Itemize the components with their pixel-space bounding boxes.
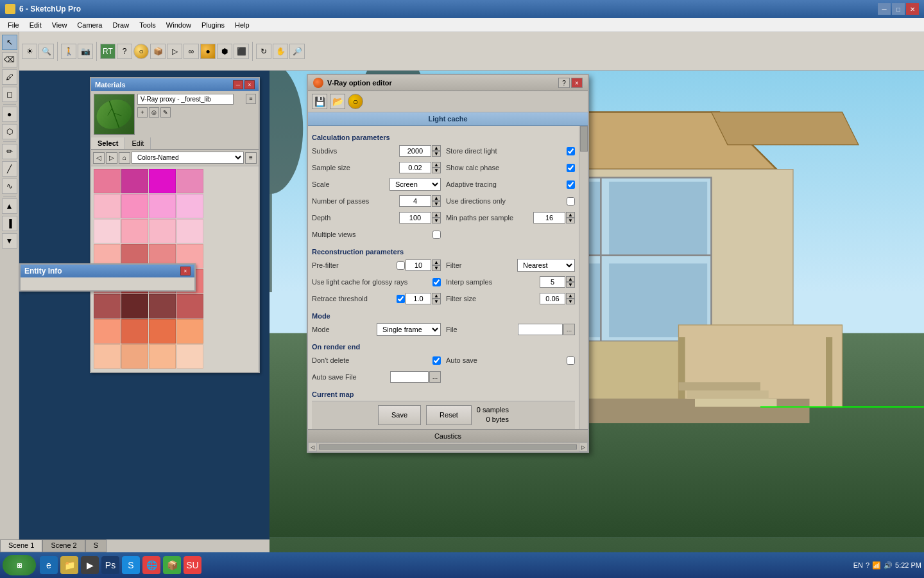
prefilter-down[interactable]: ▼ <box>432 265 441 271</box>
swatch-1-2[interactable] <box>121 169 148 193</box>
zoom-icon[interactable]: 🔎 <box>289 44 305 59</box>
subdivs-down[interactable]: ▼ <box>432 151 441 157</box>
auto-save-browse-btn[interactable]: … <box>429 371 441 383</box>
mode-select[interactable]: Single frame <box>377 323 441 336</box>
minimize-button[interactable]: ─ <box>878 3 891 15</box>
interp-input[interactable] <box>540 276 565 288</box>
scene-tab-2[interactable]: Scene 2 <box>42 539 85 552</box>
start-button[interactable]: ⊞ <box>3 555 36 575</box>
materials-close[interactable]: × <box>244 80 255 89</box>
nav-home-btn[interactable]: ⌂ <box>119 152 130 164</box>
file-browse-btn[interactable]: … <box>563 324 575 335</box>
mat-sample-btn[interactable]: ◎ <box>149 107 159 118</box>
subdivs-input[interactable] <box>399 145 431 157</box>
swatch-7-1[interactable] <box>94 319 121 344</box>
depth-up[interactable]: ▲ <box>432 212 441 218</box>
swatch-8-4[interactable] <box>176 344 203 369</box>
prefilter-up[interactable]: ▲ <box>432 259 441 265</box>
retrace-input[interactable] <box>406 293 431 304</box>
shape-tool-icon[interactable]: ◻ <box>2 87 17 102</box>
menu-help[interactable]: Help <box>230 20 255 30</box>
subdivs-up[interactable]: ▲ <box>432 145 441 151</box>
retrace-checkbox[interactable] <box>397 295 405 303</box>
swatch-2-4[interactable] <box>176 194 203 218</box>
pan-icon[interactable]: ✋ <box>273 44 288 59</box>
swatch-1-3[interactable] <box>149 169 176 193</box>
passes-up[interactable]: ▲ <box>432 195 441 201</box>
close-button[interactable]: ✕ <box>906 3 919 15</box>
swatch-1-4[interactable] <box>176 169 203 193</box>
vray-sphere2-icon[interactable]: ● <box>200 44 216 59</box>
swatch-6-4[interactable] <box>176 294 203 319</box>
scale-select[interactable]: Screen World <box>389 178 441 191</box>
auto-save-checkbox[interactable] <box>567 356 575 365</box>
interp-down[interactable]: ▼ <box>566 282 575 288</box>
store-direct-checkbox[interactable] <box>567 147 575 155</box>
scene-tab-3[interactable]: S <box>85 539 107 552</box>
swatch-6-3[interactable] <box>149 294 176 319</box>
menu-draw[interactable]: Draw <box>107 20 134 30</box>
pencil-icon[interactable]: ✏ <box>2 144 17 159</box>
swatch-2-1[interactable] <box>94 194 121 218</box>
select-tab[interactable]: Select <box>91 137 125 149</box>
passes-input[interactable] <box>399 195 431 207</box>
menu-plugins[interactable]: Plugins <box>196 20 230 30</box>
edit-tab[interactable]: Edit <box>125 137 151 149</box>
auto-save-file-input[interactable] <box>390 371 429 383</box>
min-paths-input[interactable] <box>533 212 565 223</box>
vray-mesh-icon[interactable]: ⬛ <box>234 44 249 59</box>
filtersize-down[interactable]: ▼ <box>566 299 575 304</box>
scroll-h-thumb[interactable] <box>319 444 577 450</box>
passes-down[interactable]: ▼ <box>432 201 441 207</box>
use-glossy-checkbox[interactable] <box>432 278 441 286</box>
swatch-2-3[interactable] <box>149 194 176 218</box>
taskbar-skype[interactable]: S <box>122 556 140 574</box>
vray-sphere-icon[interactable]: ○ <box>133 44 149 59</box>
vray-rect-icon[interactable]: ⬢ <box>217 44 232 59</box>
use-directions-checkbox[interactable] <box>567 197 575 206</box>
orbit-icon[interactable]: ↻ <box>256 44 271 59</box>
scroll-thumb[interactable] <box>580 126 588 152</box>
vray-settings-icon[interactable]: ? <box>117 44 132 59</box>
prefilter-input[interactable] <box>406 259 431 271</box>
swatch-6-1[interactable] <box>94 294 121 319</box>
nav-forward-btn[interactable]: ▷ <box>106 152 117 164</box>
file-input[interactable] <box>518 324 563 335</box>
shadow-settings-icon[interactable]: 🔍 <box>38 44 54 59</box>
taskbar-folder[interactable]: 📁 <box>60 556 78 574</box>
menu-view[interactable]: View <box>47 20 73 30</box>
swatch-3-3[interactable] <box>149 219 176 243</box>
sample-size-input[interactable] <box>399 162 431 173</box>
vray-scrollbar[interactable] <box>579 126 588 429</box>
vray-save-btn[interactable]: 💾 <box>312 94 327 109</box>
mat-edit-btn[interactable]: ✎ <box>160 107 171 118</box>
menu-window[interactable]: Window <box>161 20 196 30</box>
vray-close-btn[interactable]: × <box>571 78 583 88</box>
swatch-3-1[interactable] <box>94 219 121 243</box>
prefilter-checkbox[interactable] <box>397 261 405 270</box>
render-icon[interactable]: RT <box>100 44 116 59</box>
scroll-up-icon[interactable]: ▲ <box>2 198 17 214</box>
mat-detail-btn[interactable]: ≡ <box>245 152 257 164</box>
multiviews-checkbox[interactable] <box>432 231 441 239</box>
vray-h-scrollbar[interactable]: ◁ ▷ <box>308 442 588 451</box>
materials-minimize[interactable]: ─ <box>233 80 243 89</box>
vray-obj-icon[interactable]: 📦 <box>150 44 166 59</box>
shadow-icon[interactable]: ☀ <box>22 44 37 59</box>
depth-input[interactable] <box>399 212 431 223</box>
curve-icon[interactable]: ∿ <box>2 179 17 194</box>
caustics-tab[interactable]: Caustics <box>308 429 588 442</box>
save-button[interactable]: Save <box>378 405 421 425</box>
mat-create-btn[interactable]: + <box>137 107 148 118</box>
swatch-7-2[interactable] <box>121 319 148 344</box>
swatch-1-1[interactable] <box>94 169 121 193</box>
swatch-8-3[interactable] <box>149 344 176 369</box>
vray-help-btn[interactable]: ? <box>558 78 570 88</box>
scroll-right-btn[interactable]: ▷ <box>579 442 588 451</box>
menu-edit[interactable]: Edit <box>24 20 47 30</box>
menu-camera[interactable]: Camera <box>72 20 107 30</box>
taskbar-chrome[interactable]: 🌐 <box>142 556 160 574</box>
min-paths-up[interactable]: ▲ <box>566 212 575 218</box>
swatch-3-4[interactable] <box>176 219 203 243</box>
reset-button[interactable]: Reset <box>426 405 472 425</box>
